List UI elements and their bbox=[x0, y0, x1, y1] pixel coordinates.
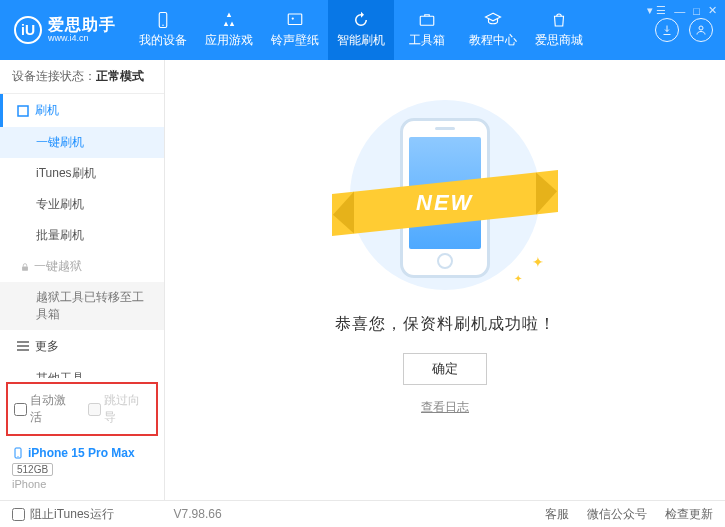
footer: 阻止iTunes运行 V7.98.66 客服 微信公众号 检查更新 bbox=[0, 500, 725, 527]
menu-more-root[interactable]: 更多 bbox=[0, 330, 164, 363]
footer-wechat[interactable]: 微信公众号 bbox=[587, 506, 647, 523]
nav-ringtone[interactable]: 铃声壁纸 bbox=[262, 0, 328, 60]
svg-rect-2 bbox=[288, 14, 302, 25]
version-label: V7.98.66 bbox=[174, 507, 222, 521]
storage-badge: 512GB bbox=[12, 463, 53, 476]
flash-options-box: 自动激活 跳过向导 bbox=[6, 382, 158, 436]
menu-onekey-flash[interactable]: 一键刷机 bbox=[0, 127, 164, 158]
close-icon[interactable]: ✕ bbox=[708, 4, 717, 17]
device-info[interactable]: iPhone 15 Pro Max 512GB iPhone bbox=[0, 440, 164, 500]
list-icon bbox=[17, 341, 29, 353]
square-icon bbox=[17, 105, 29, 117]
briefcase-icon bbox=[416, 11, 438, 29]
lock-icon bbox=[20, 262, 30, 272]
menu-batch-flash[interactable]: 批量刷机 bbox=[0, 220, 164, 251]
menu-icon[interactable]: ▾ ☰ bbox=[647, 4, 666, 17]
menu-flash-root[interactable]: 刷机 bbox=[0, 94, 164, 127]
user-button[interactable] bbox=[689, 18, 713, 42]
apps-icon bbox=[218, 11, 240, 29]
graduation-icon bbox=[482, 11, 504, 29]
download-button[interactable] bbox=[655, 18, 679, 42]
sidebar-menu: 刷机 一键刷机 iTunes刷机 专业刷机 批量刷机 一键越狱 越狱工具已转移至… bbox=[0, 94, 164, 378]
logo-title: 爱思助手 bbox=[48, 16, 116, 34]
svg-rect-4 bbox=[420, 16, 434, 25]
nav-my-device[interactable]: 我的设备 bbox=[130, 0, 196, 60]
bag-icon bbox=[548, 11, 570, 29]
footer-update[interactable]: 检查更新 bbox=[665, 506, 713, 523]
nav-apps[interactable]: 应用游戏 bbox=[196, 0, 262, 60]
logo-sub: www.i4.cn bbox=[48, 34, 116, 44]
svg-rect-7 bbox=[22, 266, 28, 270]
header-right bbox=[655, 18, 725, 42]
view-log-link[interactable]: 查看日志 bbox=[421, 399, 469, 416]
logo-icon: iU bbox=[14, 16, 42, 44]
sidebar: 设备连接状态：正常模式 刷机 一键刷机 iTunes刷机 专业刷机 批量刷机 一… bbox=[0, 60, 165, 500]
nav-toolbox[interactable]: 工具箱 bbox=[394, 0, 460, 60]
nav-store[interactable]: 爱思商城 bbox=[526, 0, 592, 60]
block-itunes-checkbox[interactable]: 阻止iTunes运行 bbox=[12, 506, 114, 523]
menu-other-tools[interactable]: 其他工具 bbox=[0, 363, 164, 378]
refresh-icon bbox=[350, 11, 372, 29]
ok-button[interactable]: 确定 bbox=[403, 353, 487, 385]
menu-jailbreak-moved: 越狱工具已转移至工具箱 bbox=[0, 282, 164, 330]
logo: iU 爱思助手 www.i4.cn bbox=[0, 16, 130, 44]
success-illustration: NEW ✦✦ bbox=[340, 100, 550, 290]
connection-status: 设备连接状态：正常模式 bbox=[0, 60, 164, 94]
minimize-icon[interactable]: — bbox=[674, 5, 685, 17]
top-nav: 我的设备 应用游戏 铃声壁纸 智能刷机 工具箱 教程中心 爱思商城 bbox=[130, 0, 592, 60]
svg-point-5 bbox=[699, 26, 703, 30]
svg-point-3 bbox=[292, 17, 294, 19]
phone-icon bbox=[152, 11, 174, 29]
phone-small-icon bbox=[12, 446, 24, 460]
nav-tutorial[interactable]: 教程中心 bbox=[460, 0, 526, 60]
device-type: iPhone bbox=[12, 478, 152, 490]
skip-guide-checkbox[interactable]: 跳过向导 bbox=[88, 392, 150, 426]
window-controls: ▾ ☰ — □ ✕ bbox=[647, 4, 717, 17]
main-content: NEW ✦✦ 恭喜您，保资料刷机成功啦！ 确定 查看日志 bbox=[165, 60, 725, 500]
success-message: 恭喜您，保资料刷机成功啦！ bbox=[335, 314, 556, 335]
svg-point-9 bbox=[18, 456, 19, 457]
picture-icon bbox=[284, 11, 306, 29]
nav-flash[interactable]: 智能刷机 bbox=[328, 0, 394, 60]
auto-activate-checkbox[interactable]: 自动激活 bbox=[14, 392, 76, 426]
svg-point-1 bbox=[162, 25, 164, 27]
menu-itunes-flash[interactable]: iTunes刷机 bbox=[0, 158, 164, 189]
menu-pro-flash[interactable]: 专业刷机 bbox=[0, 189, 164, 220]
maximize-icon[interactable]: □ bbox=[693, 5, 700, 17]
menu-jailbreak-root[interactable]: 一键越狱 bbox=[0, 251, 164, 282]
app-header: ▾ ☰ — □ ✕ iU 爱思助手 www.i4.cn 我的设备 应用游戏 铃声… bbox=[0, 0, 725, 60]
footer-support[interactable]: 客服 bbox=[545, 506, 569, 523]
svg-rect-6 bbox=[18, 106, 28, 116]
